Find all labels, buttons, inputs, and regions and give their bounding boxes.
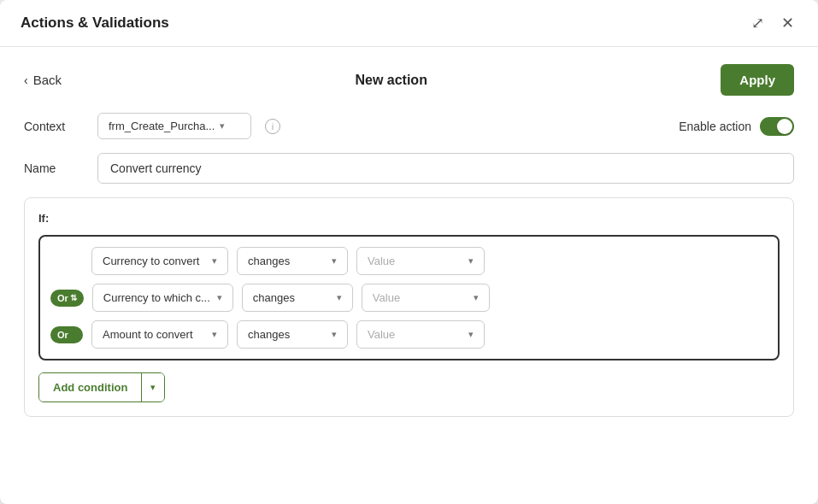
chevron-down-icon: ▾ [220,120,225,132]
modal-header: Actions & Validations ⤢ ✕ [0,0,818,47]
name-input[interactable] [97,153,794,184]
or-badge-3[interactable]: Or [50,326,83,343]
context-row: Context frm_Create_Purcha... ▾ i Enable … [24,113,794,139]
value-dropdown-3[interactable]: Value ▾ [356,320,485,349]
chevron-down-icon: ▾ [150,382,156,393]
chevron-down-icon: ▾ [468,329,474,340]
back-label: Back [33,73,62,87]
chevron-down-icon: ▾ [212,329,217,340]
add-condition-chevron[interactable]: ▾ [141,373,164,401]
enable-action-label: Enable action [679,120,751,133]
enable-action-toggle[interactable] [760,117,794,136]
enable-action-toggle-row: Enable action [679,117,794,136]
field-dropdown-2[interactable]: Currency to which c... ▾ [92,284,233,312]
or-badge-label-2: Or [57,293,68,303]
field-dropdown-3[interactable]: Amount to convert ▾ [91,320,228,349]
field-value-1: Currency to convert [103,255,199,267]
context-label: Context [24,120,84,133]
value-dropdown-2[interactable]: Value ▾ [362,284,490,312]
sort-icon: ⇅ [70,293,77,302]
close-button[interactable]: ✕ [778,14,797,32]
if-section: If: Currency to convert ▾ changes ▾ Valu… [24,197,794,417]
expand-icon: ⤢ [751,15,764,32]
expand-button[interactable]: ⤢ [748,14,768,32]
operator-value-2: changes [253,291,295,304]
operator-value-1: changes [248,255,290,267]
operator-dropdown-3[interactable]: changes ▾ [237,320,348,349]
condition-row: Or ⇅ Currency to which c... ▾ changes ▾ … [50,284,768,312]
field-value-2: Currency to which c... [103,291,210,304]
add-condition-button[interactable]: Add condition ▾ [38,372,165,402]
apply-button[interactable]: Apply [721,64,794,96]
name-label: Name [24,161,84,175]
field-dropdown-1[interactable]: Currency to convert ▾ [91,247,228,275]
condition-row: Or Amount to convert ▾ changes ▾ Value ▾ [50,320,768,349]
operator-value-3: changes [248,328,290,341]
info-icon[interactable]: i [265,119,280,134]
value-placeholder-1: Value [368,255,395,267]
chevron-down-icon: ▾ [474,292,479,303]
operator-dropdown-2[interactable]: changes ▾ [242,284,353,312]
context-value: frm_Create_Purcha... [109,120,215,132]
name-row: Name [24,153,794,184]
chevron-down-icon: ▾ [468,255,474,267]
conditions-container: Currency to convert ▾ changes ▾ Value ▾ [38,235,780,360]
or-badge-2[interactable]: Or ⇅ [50,290,84,307]
or-badge-label-3: Or [57,330,68,340]
condition-row: Currency to convert ▾ changes ▾ Value ▾ [50,247,768,275]
chevron-down-icon: ▾ [337,292,342,303]
modal-header-icons: ⤢ ✕ [748,14,797,32]
chevron-down-icon: ▾ [332,329,337,340]
action-title: New action [355,73,427,88]
back-button[interactable]: ‹ Back [24,73,62,87]
chevron-down-icon: ▾ [212,255,217,267]
field-value-3: Amount to convert [103,328,193,341]
top-bar: ‹ Back New action Apply [24,64,794,96]
value-placeholder-2: Value [373,291,400,304]
value-dropdown-1[interactable]: Value ▾ [356,247,485,275]
if-label: If: [38,212,780,225]
chevron-down-icon: ▾ [332,255,337,267]
chevron-down-icon: ▾ [217,292,222,303]
modal-title: Actions & Validations [21,15,169,32]
close-icon: ✕ [781,15,794,32]
modal-body: ‹ Back New action Apply Context frm_Crea… [0,47,818,504]
value-placeholder-3: Value [368,328,395,341]
back-arrow: ‹ [24,73,28,87]
context-dropdown[interactable]: frm_Create_Purcha... ▾ [97,113,251,139]
add-condition-label[interactable]: Add condition [39,373,141,401]
operator-dropdown-1[interactable]: changes ▾ [237,247,348,275]
modal: Actions & Validations ⤢ ✕ ‹ Back New act… [0,0,818,504]
